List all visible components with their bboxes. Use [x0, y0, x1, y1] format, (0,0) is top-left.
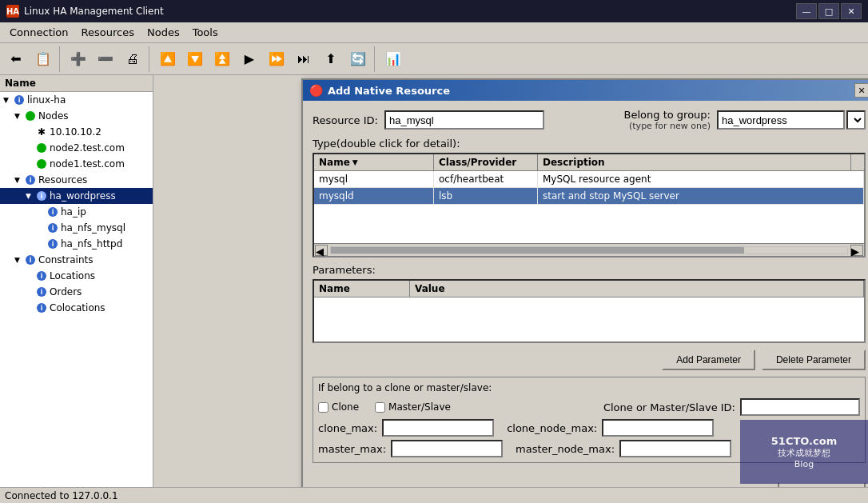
clone-section-label: If belong to a clone or master/slave:: [318, 382, 860, 393]
tree-item-locations[interactable]: ▶ i Locations: [0, 268, 153, 284]
tree-item-node1[interactable]: ▶ node1.test.com: [0, 156, 153, 172]
master-checkbox[interactable]: [375, 402, 385, 413]
tree-label: ha_ip: [61, 206, 86, 218]
table-row[interactable]: mysqld lsb start and stop MySQL server: [314, 188, 864, 205]
tree-item-constraints[interactable]: ▼ i Constraints: [0, 252, 153, 268]
toolbar-btn-2[interactable]: 📋: [30, 46, 56, 72]
clone-node-max-field: clone_node_max:: [507, 419, 714, 437]
master-node-max-field: master_node_max:: [516, 440, 731, 457]
scroll-left-btn[interactable]: ◀: [315, 245, 328, 256]
tree-label: Nodes: [38, 110, 69, 122]
scroll-spacer: [851, 154, 864, 170]
tree-item-ha-nfs-httpd[interactable]: ▶ i ha_nfs_httpd: [0, 236, 153, 252]
watermark-line3: Blog: [794, 459, 814, 469]
info-blue-icon: i: [46, 222, 59, 234]
param-btn-row: Add Parameter Delete Parameter: [313, 349, 866, 370]
add-param-btn[interactable]: Add Parameter: [662, 349, 755, 370]
info-blue-icon: i: [24, 253, 37, 266]
table-row[interactable]: mysql ocf/heartbeat MySQL resource agent: [314, 171, 864, 188]
right-panel: 🔴 Add Native Resource ✕ Resource ID: Bel…: [153, 75, 868, 503]
dialog-close-btn[interactable]: ✕: [854, 83, 868, 98]
app-icon: HA: [6, 5, 19, 18]
clone-max-field: clone_max:: [318, 419, 494, 437]
clone-max-input[interactable]: [382, 419, 494, 437]
sort-icon: ▼: [352, 158, 358, 166]
clone-checkbox[interactable]: [318, 402, 328, 413]
menu-connection[interactable]: Connection: [3, 24, 75, 41]
belong-group-label: Belong to group:: [624, 109, 711, 121]
maximize-btn[interactable]: □: [818, 3, 839, 19]
master-label: Master/Slave: [388, 401, 451, 413]
tree-item-linux-ha[interactable]: ▼ i linux-ha: [0, 92, 153, 108]
tree-item-orders[interactable]: ▶ i Orders: [0, 284, 153, 300]
title-bar: HA Linux HA Management Client — □ ✕: [0, 0, 868, 22]
cell-name: mysqld: [314, 188, 434, 204]
params-header: Name Value: [314, 281, 864, 297]
belong-group-select[interactable]: ▼: [846, 110, 866, 130]
tree-label: ha_nfs_httpd: [61, 238, 122, 250]
master-checkbox-label[interactable]: Master/Slave: [375, 401, 451, 413]
belong-group-input[interactable]: [717, 110, 845, 130]
tree-header: Name: [0, 75, 153, 92]
clone-checkbox-label[interactable]: Clone: [318, 401, 359, 413]
tree-item-node2[interactable]: ▶ node2.test.com: [0, 140, 153, 156]
toolbar-btn-9[interactable]: ⏭: [291, 46, 317, 72]
toolbar-btn-6[interactable]: ⏫: [209, 46, 235, 72]
resource-id-input[interactable]: [384, 110, 544, 130]
clone-id-input[interactable]: [740, 398, 860, 416]
clone-row: Clone Master/Slave Clone or Master/Slave…: [318, 398, 860, 416]
minimize-btn[interactable]: —: [796, 3, 817, 19]
param-value-header: Value: [410, 281, 864, 297]
toolbar-add[interactable]: ➕: [66, 46, 91, 72]
toolbar-sep-1: [59, 46, 62, 72]
master-node-max-input[interactable]: [619, 440, 731, 457]
menu-tools[interactable]: Tools: [186, 24, 225, 41]
tree-item-nodes[interactable]: ▼ Nodes: [0, 108, 153, 124]
toolbar-btn-3[interactable]: 🖨: [120, 46, 145, 72]
menu-resources[interactable]: Resources: [75, 24, 141, 41]
tree-item-resources[interactable]: ▼ i Resources: [0, 172, 153, 188]
toolbar-btn-12[interactable]: 📊: [380, 46, 406, 72]
scroll-right-btn[interactable]: ▶: [850, 245, 863, 256]
clone-node-max-input[interactable]: [602, 419, 714, 437]
info-blue-icon: i: [35, 301, 48, 314]
scroll-thumb[interactable]: [331, 247, 744, 253]
tree-item-ha-wordpress[interactable]: ▼ i ha_wordpress: [0, 188, 153, 204]
master-max-label: master_max:: [318, 443, 386, 455]
master-node-max-label: master_node_max:: [516, 443, 615, 455]
toolbar-btn-8[interactable]: ⏩: [264, 46, 289, 72]
check-group: Clone Master/Slave: [318, 401, 451, 413]
tree-item-colocations[interactable]: ▶ i Colocations: [0, 300, 153, 316]
toolbar-btn-7[interactable]: ▶: [237, 46, 262, 72]
tree-label: Constraints: [38, 254, 93, 265]
expand-arrow: ▼: [14, 112, 22, 120]
cell-name: mysql: [314, 171, 434, 187]
cell-class: lsb: [434, 188, 538, 204]
circle-green-icon: [35, 158, 48, 170]
toolbar: ⬅ 📋 ➕ ➖ 🖨 🔼 🔽 ⏫ ▶ ⏩ ⏭ ⬆ 🔄 📊: [0, 43, 868, 75]
type-section-label: Type(double click for detail):: [313, 138, 866, 150]
cell-desc: MySQL resource agent: [538, 171, 864, 187]
expand-arrow: ▼: [26, 192, 34, 200]
menu-nodes[interactable]: Nodes: [141, 24, 186, 41]
toolbar-btn-5[interactable]: 🔽: [182, 46, 208, 72]
tree-label: ha_nfs_mysql: [61, 222, 125, 234]
tree-item-ip[interactable]: ▶ ✱ 10.10.10.2: [0, 124, 153, 140]
tree-item-ha-nfs-mysql[interactable]: ▶ i ha_nfs_mysql: [0, 220, 153, 236]
type-table: Name ▼ Class/Provider Description: [313, 153, 866, 257]
params-body: [314, 297, 864, 344]
toolbar-btn-10[interactable]: ⬆: [318, 46, 344, 72]
close-btn[interactable]: ✕: [841, 3, 862, 19]
toolbar-btn-11[interactable]: 🔄: [345, 46, 371, 72]
delete-param-btn[interactable]: Delete Parameter: [762, 349, 866, 370]
master-max-input[interactable]: [391, 440, 503, 457]
scroll-track[interactable]: [330, 246, 848, 254]
watermark: 51CTO.com 技术成就梦想 Blog: [740, 420, 868, 484]
toolbar-remove[interactable]: ➖: [93, 46, 118, 72]
toolbar-btn-4[interactable]: 🔼: [155, 46, 181, 72]
toolbar-btn-1[interactable]: ⬅: [3, 46, 29, 72]
dialog-titlebar: 🔴 Add Native Resource ✕: [303, 80, 868, 101]
tree-label: Orders: [50, 286, 82, 297]
tree-item-ha-ip[interactable]: ▶ i ha_ip: [0, 204, 153, 220]
horizontal-scrollbar[interactable]: ◀ ▶: [314, 243, 864, 256]
